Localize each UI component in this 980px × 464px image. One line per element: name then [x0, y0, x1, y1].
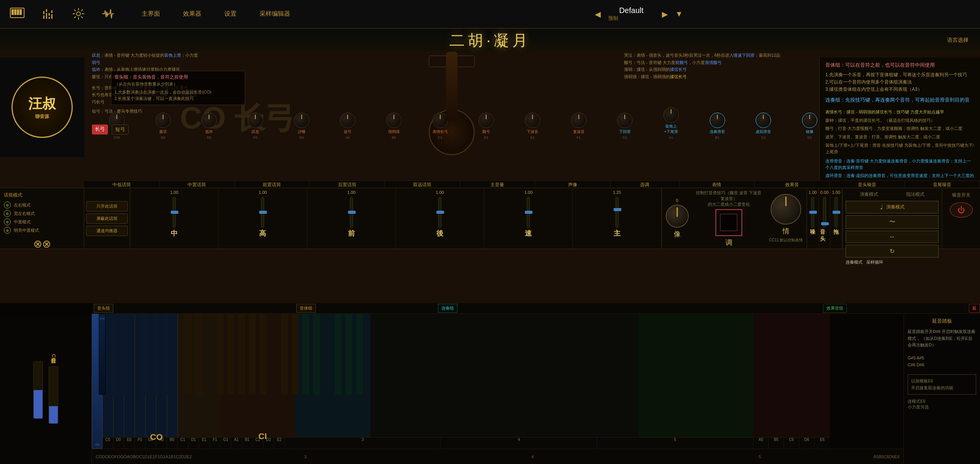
- key-C0-note: C0: [95, 443, 99, 446]
- bottom-C2: C2: [176, 454, 181, 459]
- knob-label-A1: 装饰上+下尾滑: [664, 124, 678, 134]
- head-noise-fader[interactable]: [823, 197, 826, 228]
- nav-main[interactable]: 主界面: [138, 8, 164, 20]
- bottom-G0: GO: [120, 454, 127, 459]
- label-D6: D6: [799, 438, 815, 449]
- low-mic-fader[interactable]: [173, 197, 176, 228]
- knob-label-F1: 复波音: [573, 129, 585, 134]
- svg-rect-6: [46, 9, 47, 19]
- keyboard-wrapper: 音头组 音体组 连奏组 效果音组 延 变音 颤音CC1: [0, 303, 980, 464]
- knob-E0[interactable]: [201, 113, 217, 128]
- tech-knob-B1: 连奏滑音 B1: [710, 113, 725, 139]
- eq-btn[interactable]: 通道均衡器: [86, 226, 128, 236]
- long-bow-btn[interactable]: 长弓: [92, 125, 108, 134]
- legato-icon: ↔: [889, 233, 895, 240]
- nav-sample-edit[interactable]: 采样编辑器: [256, 8, 294, 20]
- knob-C2[interactable]: [756, 113, 771, 128]
- bottom-F1: F1: [155, 454, 160, 459]
- front-mic-fader[interactable]: [350, 197, 353, 228]
- svg-rect-10: [45, 12, 48, 13]
- lianmai-group-title: 连奏组：先按技巧键，再连奏两个音符，可将起始音滑音到目的音: [825, 96, 974, 104]
- channel-bar[interactable]: [49, 366, 58, 424]
- key-bottom-labels: C0 D0 E0 F0 G0 A0 B0 C1 D1 E1 F1 G1 A1 B…: [103, 437, 830, 449]
- eq-icon[interactable]: [38, 5, 57, 24]
- bottom-E6: E6: [895, 454, 900, 459]
- mute-btn[interactable]: 屏蔽此话筒: [86, 213, 128, 224]
- tech-knob-A1: 装饰上+下尾滑 A1: [663, 107, 679, 139]
- far-mic-fader[interactable]: [527, 197, 530, 228]
- body-group-item2: 2.可以在一个音符内使用多个音体组演奏法: [825, 79, 974, 86]
- preset-name-display: Default 预制: [608, 6, 654, 22]
- label-B5: B5: [769, 438, 784, 449]
- svg-rect-44: [313, 314, 320, 395]
- svg-rect-12: [51, 13, 54, 14]
- label-B0: B0: [167, 438, 178, 449]
- tail-noise-fader[interactable]: [835, 197, 838, 228]
- knob-note-A1: A1: [669, 136, 673, 139]
- piano-svg: 长弓 哭泣 颤弓: [103, 314, 830, 449]
- pan-key-section: 0 像 控制打音类技巧（颤音 波音 下波音 复波音）的大二度或小二度变化 调 情…: [662, 188, 807, 249]
- settings-icon[interactable]: [69, 5, 88, 24]
- nav-settings[interactable]: 设置: [220, 8, 240, 20]
- knob-note-F1: F1: [577, 136, 581, 139]
- rear-mic-fader[interactable]: [438, 197, 441, 228]
- bottom-B1: B1: [171, 454, 176, 459]
- expression-knob[interactable]: [771, 194, 801, 225]
- wide-lr-icon: ⊕: [4, 210, 11, 217]
- perf-mode-btn[interactable]: ♩ 演奏模式: [846, 201, 939, 213]
- key-select-box[interactable]: [715, 209, 742, 236]
- knob-D2[interactable]: [802, 113, 817, 128]
- legato-btn[interactable]: ↔: [846, 231, 939, 243]
- knob-B1[interactable]: [710, 113, 725, 128]
- knob-G0[interactable]: [294, 113, 309, 128]
- svg-point-13: [77, 12, 80, 16]
- pan-knob[interactable]: [666, 205, 689, 228]
- knob-D1[interactable]: [479, 113, 494, 128]
- loop-mode-label: 连模式E6小力度另选: [908, 398, 976, 410]
- key-Cs0-note: C#0: [99, 317, 105, 320]
- loop-btn[interactable]: ↻: [846, 245, 939, 257]
- tech-knob-C1: 表情长弓 C1: [433, 113, 448, 139]
- open-only-btn[interactable]: 只开此话筒: [86, 201, 128, 212]
- preset-prev[interactable]: ◀: [595, 10, 601, 19]
- sample-loop-label: 采样循环: [866, 259, 883, 265]
- key-select-label: 调: [725, 238, 732, 247]
- nav-effects[interactable]: 效果器: [179, 8, 205, 20]
- svg-rect-21: [753, 314, 830, 449]
- knob-A0[interactable]: [340, 113, 355, 128]
- vibrato-bar[interactable]: [33, 361, 43, 419]
- preset-next[interactable]: ▶: [662, 10, 668, 19]
- knob-label-A0: 波弓: [344, 129, 351, 134]
- short-bow-btn[interactable]: 短弓: [112, 125, 129, 134]
- knob-A1[interactable]: [663, 107, 679, 123]
- pedal-annotation: 延音踏板开关D#6 开启时触发双连奏模式， （如从D连奏到E，松开E后会再次触发…: [908, 328, 976, 349]
- main-vol-channel: 1.25 主: [573, 188, 661, 249]
- knob-F0[interactable]: [248, 113, 263, 128]
- technique-knobs-row: 顿弓 C#0 拨弦 D0 低吟 E0 叹息 F0 沙哑 G0: [107, 107, 819, 139]
- main-area: 汪叔 聊音源 CO 长弓 顿弓 C#0 拨弦 D0 低吟: [0, 29, 980, 303]
- knob-G1[interactable]: [617, 113, 632, 128]
- finger-wave-btn[interactable]: 〜: [846, 215, 939, 229]
- right-key-annotations: G#5 A#5 C#6 D#6: [908, 354, 976, 369]
- effect-fader[interactable]: [811, 197, 814, 228]
- head-noise-channel: 0.00 音头: [819, 188, 831, 249]
- knob-E1[interactable]: [525, 113, 540, 128]
- tech-knob-E1: 下波音 E1: [525, 113, 540, 139]
- main-vol-fader[interactable]: [616, 197, 619, 228]
- piano-icon[interactable]: [8, 5, 27, 24]
- bottom-E1: E1: [150, 454, 155, 459]
- bow-labels: 长弓 短弓: [92, 125, 129, 134]
- label-A5: A5: [753, 438, 769, 449]
- mid-mic-fader[interactable]: [261, 197, 264, 228]
- knob-B0[interactable]: [386, 113, 402, 128]
- tech-knob-E0: 低吟 E0: [201, 113, 217, 139]
- waveform-icon[interactable]: [100, 5, 119, 24]
- preset-dropdown[interactable]: ▼: [675, 10, 683, 18]
- knob-C1[interactable]: [433, 113, 448, 128]
- label-A1: A1: [231, 438, 242, 449]
- noise-power-btn[interactable]: ⏻: [950, 202, 973, 218]
- knob-F1[interactable]: [571, 113, 586, 128]
- body-group-item3: 3.揉弦类音体组在内空弦上会有不同表现（A3）: [825, 86, 974, 93]
- knob-D0[interactable]: [155, 113, 171, 128]
- key-C0-sharp[interactable]: 顿弓 C#0: [99, 314, 106, 395]
